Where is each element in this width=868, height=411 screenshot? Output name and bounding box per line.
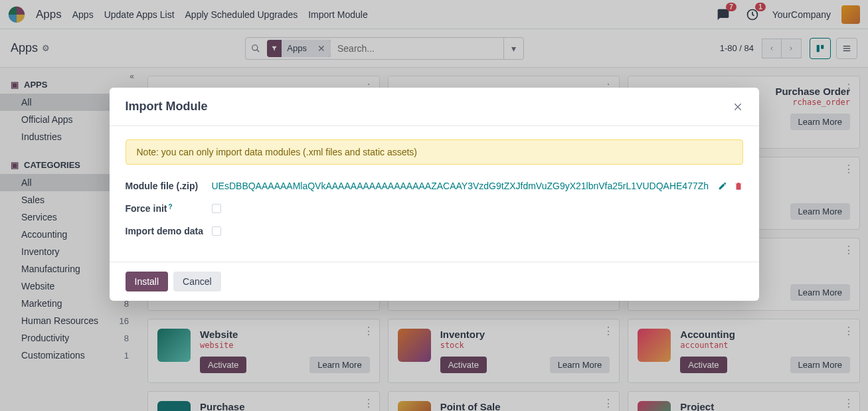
- label-module-file: Module file (.zip): [126, 181, 212, 191]
- import-demo-checkbox[interactable]: [212, 226, 221, 236]
- modal-title: Import Module: [126, 100, 208, 114]
- force-init-checkbox[interactable]: [212, 204, 221, 213]
- import-module-modal: Import Module Note: you can only import …: [110, 88, 759, 301]
- edit-file-button[interactable]: [718, 181, 727, 191]
- install-button[interactable]: Install: [126, 272, 169, 291]
- trash-icon: [734, 181, 743, 191]
- label-import-demo: Import demo data: [126, 226, 212, 236]
- file-value: UEsDBBQAAAAAAMlaQVkAAAAAAAAAAAAAAAAAZACA…: [212, 181, 711, 191]
- cancel-button[interactable]: Cancel: [173, 272, 221, 291]
- pencil-icon: [718, 181, 727, 191]
- import-note-alert: Note: you can only import data modules (…: [126, 139, 743, 165]
- delete-file-button[interactable]: [734, 181, 743, 191]
- modal-close-button[interactable]: [733, 102, 743, 112]
- close-icon: [733, 102, 743, 112]
- label-force-init: Force init?: [126, 203, 212, 214]
- help-icon[interactable]: ?: [169, 203, 173, 210]
